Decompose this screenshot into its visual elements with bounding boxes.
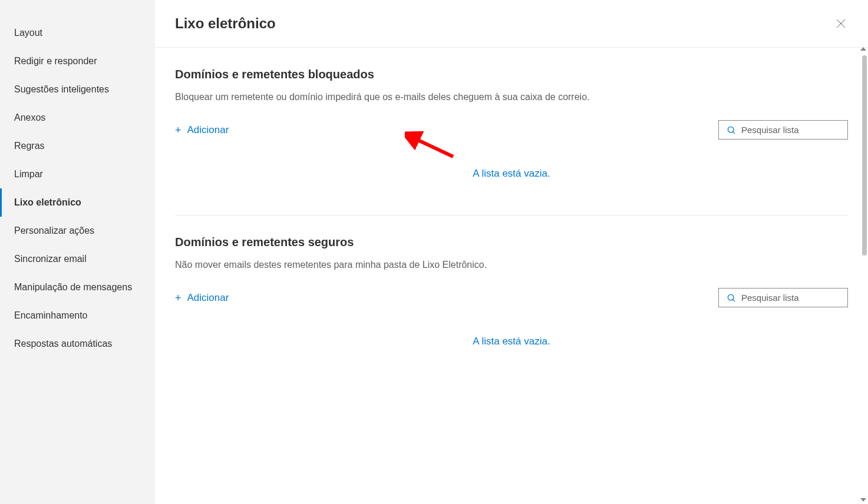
search-icon bbox=[727, 293, 735, 303]
safe-senders-section: Domínios e remetentes seguros Não mover … bbox=[175, 215, 848, 383]
blocked-senders-section: Domínios e remetentes bloqueados Bloquea… bbox=[175, 48, 848, 215]
scroll-up-icon bbox=[860, 47, 866, 51]
add-safe-button[interactable]: + Adicionar bbox=[175, 292, 229, 304]
panel-header: Lixo eletrônico bbox=[155, 0, 868, 48]
blocked-search-input[interactable] bbox=[741, 125, 839, 135]
safe-empty-message: A lista está vazia. bbox=[175, 325, 848, 347]
sidebar-item-sync-email[interactable]: Sincronizar email bbox=[0, 245, 155, 273]
scrollbar[interactable] bbox=[859, 52, 868, 504]
safe-section-description: Não mover emails destes remetentes para … bbox=[175, 260, 848, 270]
settings-sidebar: Layout Redigir e responder Sugestões int… bbox=[0, 0, 155, 504]
safe-section-title: Domínios e remetentes seguros bbox=[175, 236, 848, 249]
sidebar-item-smart-suggestions[interactable]: Sugestões inteligentes bbox=[0, 75, 155, 104]
svg-line-3 bbox=[733, 131, 735, 133]
svg-line-5 bbox=[733, 299, 735, 301]
sidebar-item-layout[interactable]: Layout bbox=[0, 19, 155, 47]
safe-section-actions: + Adicionar bbox=[175, 288, 848, 307]
plus-icon: + bbox=[175, 125, 181, 135]
sidebar-item-forwarding[interactable]: Encaminhamento bbox=[0, 301, 155, 330]
sidebar-item-message-handling[interactable]: Manipulação de mensagens bbox=[0, 273, 155, 301]
blocked-section-title: Domínios e remetentes bloqueados bbox=[175, 68, 848, 81]
blocked-section-description: Bloquear um remetente ou domínio impedir… bbox=[175, 92, 848, 102]
blocked-search-box[interactable] bbox=[718, 120, 848, 140]
page-title: Lixo eletrônico bbox=[175, 15, 276, 32]
add-blocked-button[interactable]: + Adicionar bbox=[175, 124, 229, 136]
blocked-empty-message: A lista está vazia. bbox=[175, 157, 848, 180]
svg-point-4 bbox=[728, 294, 734, 300]
search-icon bbox=[727, 125, 735, 135]
sidebar-item-customize-actions[interactable]: Personalizar ações bbox=[0, 217, 155, 245]
main-panel: Lixo eletrônico Domínios e remetentes bl… bbox=[155, 0, 868, 504]
safe-search-box[interactable] bbox=[718, 288, 848, 307]
close-icon bbox=[836, 19, 846, 28]
safe-search-input[interactable] bbox=[741, 293, 839, 303]
sidebar-item-compose-reply[interactable]: Redigir e responder bbox=[0, 47, 155, 75]
close-button[interactable] bbox=[831, 14, 850, 33]
svg-point-2 bbox=[728, 127, 734, 132]
sidebar-item-attachments[interactable]: Anexos bbox=[0, 104, 155, 132]
scroll-thumb[interactable] bbox=[862, 55, 867, 256]
blocked-section-actions: + Adicionar bbox=[175, 120, 848, 140]
sidebar-item-junk-email[interactable]: Lixo eletrônico bbox=[0, 188, 155, 217]
sidebar-item-sweep[interactable]: Limpar bbox=[0, 160, 155, 188]
panel-content: Domínios e remetentes bloqueados Bloquea… bbox=[155, 48, 868, 504]
add-safe-label: Adicionar bbox=[187, 292, 229, 304]
sidebar-item-rules[interactable]: Regras bbox=[0, 132, 155, 160]
scroll-down-icon bbox=[860, 498, 866, 502]
plus-icon: + bbox=[175, 293, 181, 303]
sidebar-item-automatic-replies[interactable]: Respostas automáticas bbox=[0, 330, 155, 358]
add-blocked-label: Adicionar bbox=[187, 124, 229, 136]
